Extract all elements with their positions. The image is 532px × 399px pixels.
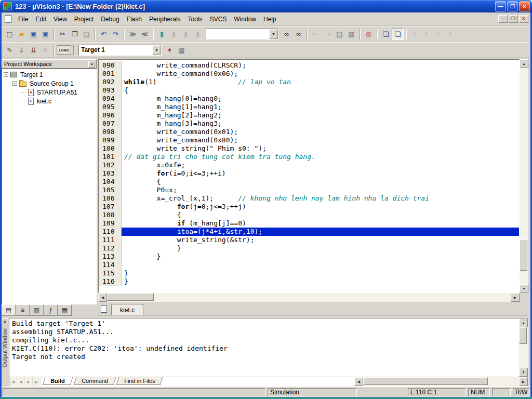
tab-build[interactable]: Build bbox=[43, 377, 73, 385]
build-output-text[interactable]: Build target 'Target 1'assembling STARTU… bbox=[9, 320, 519, 361]
menu-svcs[interactable]: SVCS bbox=[206, 14, 231, 25]
code-line-105[interactable]: 105 P0=x; bbox=[99, 186, 519, 194]
code-line-095[interactable]: 095 m_hang[1]=hang1; bbox=[99, 103, 519, 111]
workspace-close-button[interactable] bbox=[88, 61, 95, 68]
output-vertical-scrollbar[interactable] bbox=[519, 318, 528, 377]
code-line-092[interactable]: 092while(1) // lap vo tan bbox=[99, 78, 519, 86]
project-window-button[interactable]: ❏ bbox=[380, 29, 392, 40]
scroll-track[interactable] bbox=[520, 68, 528, 284]
restore-button[interactable]: ❐ bbox=[507, 1, 518, 11]
output-close-button[interactable] bbox=[2, 318, 8, 325]
menu-debug[interactable]: Debug bbox=[97, 14, 123, 25]
code-line-103[interactable]: 103 for(i=0;i<=3;++i) bbox=[99, 169, 519, 178]
tree-item-kiet-c[interactable]: Ckiet.c bbox=[2, 97, 96, 105]
code-line-109[interactable]: 109 if (m_hang[j]==0) bbox=[99, 219, 519, 228]
copy-button[interactable]: ❐ bbox=[69, 29, 81, 40]
code-line-111[interactable]: 111 write_string(&str); bbox=[99, 236, 519, 244]
code-line-093[interactable]: 093{ bbox=[99, 86, 519, 95]
scroll-thumb[interactable] bbox=[519, 327, 527, 344]
code-line-102[interactable]: 102 x=0xfe; bbox=[99, 161, 519, 169]
output-horizontal-scrollbar[interactable] bbox=[354, 377, 528, 386]
enable-breakpoint-button[interactable]: ✌ bbox=[421, 29, 433, 40]
rebuild-all-button[interactable]: ⇊ bbox=[28, 44, 39, 56]
code-line-108[interactable]: 108 { bbox=[99, 211, 519, 219]
editor-horizontal-scrollbar[interactable] bbox=[98, 293, 520, 302]
mdi-close-button[interactable]: ✕ bbox=[519, 15, 528, 23]
insert-breakpoint-button[interactable]: ✌ bbox=[409, 29, 421, 40]
scroll-track[interactable] bbox=[519, 327, 528, 368]
translate-file-button[interactable]: ✎ bbox=[4, 44, 16, 56]
tab-command[interactable]: Command bbox=[73, 377, 116, 385]
project-tree[interactable]: -Target 1-Source Group 1ASTARTUP.A51Ckie… bbox=[2, 69, 97, 304]
code-line-097[interactable]: 097 m_hang[3]=hang3; bbox=[99, 119, 519, 128]
code-line-100[interactable]: 100 write_string(" Phim s0: "); bbox=[99, 144, 519, 153]
build-target-button[interactable]: ⇓ bbox=[16, 44, 28, 56]
target-options-button[interactable]: ✦ bbox=[164, 44, 176, 56]
next-tab-button[interactable]: ▶ bbox=[25, 377, 33, 386]
chevron-down-icon[interactable] bbox=[152, 45, 161, 55]
tab-find-in-files[interactable]: Find in Files bbox=[116, 377, 163, 385]
tab-kiet-c[interactable]: kiet.c bbox=[111, 304, 143, 315]
scroll-left-button[interactable] bbox=[98, 293, 107, 302]
menu-view[interactable]: View bbox=[50, 14, 71, 25]
scroll-thumb[interactable] bbox=[520, 240, 527, 271]
menu-help[interactable]: Help bbox=[260, 14, 280, 25]
scroll-right-button[interactable] bbox=[519, 377, 528, 386]
kill-breakpoints-button[interactable]: ✌ bbox=[445, 29, 457, 40]
mdi-minimize-button[interactable]: — bbox=[498, 15, 508, 23]
prev-tab-button[interactable]: ◀ bbox=[17, 377, 25, 386]
code-line-104[interactable]: 104 { bbox=[99, 178, 519, 186]
redo-button[interactable]: ↷ bbox=[110, 29, 122, 40]
code-line-112[interactable]: 112 } bbox=[99, 244, 519, 252]
menu-tools[interactable]: Tools bbox=[184, 14, 206, 25]
goto-line-button[interactable]: ▤ bbox=[334, 29, 345, 40]
scroll-down-button[interactable] bbox=[520, 284, 528, 293]
code-line-101[interactable]: 101// dat gia tri cho tung cot kiem tra … bbox=[99, 153, 519, 161]
output-line[interactable]: Build target 'Target 1' bbox=[9, 320, 519, 328]
code-line-091[interactable]: 091 write_command(0x06); bbox=[99, 70, 519, 78]
code-line-114[interactable]: 114 bbox=[99, 261, 519, 269]
tree-item-source-group-1[interactable]: -Source Group 1 bbox=[2, 79, 96, 88]
clear-bookmarks-button[interactable]: ▮ bbox=[192, 29, 204, 40]
code-line-116[interactable]: 116} bbox=[99, 277, 519, 286]
scroll-track[interactable] bbox=[363, 377, 519, 386]
templates-tab[interactable]: ▦ bbox=[58, 304, 72, 316]
manage-components-button[interactable]: ▦ bbox=[176, 44, 188, 56]
indent-button[interactable]: ≫ bbox=[127, 29, 139, 40]
find-button[interactable]: ∞ bbox=[292, 29, 304, 40]
code-line-090[interactable]: 090 write_command(CLRSCR); bbox=[99, 61, 519, 70]
save-button[interactable]: ▣ bbox=[28, 29, 39, 40]
prev-bookmark-button[interactable]: ▮ bbox=[168, 29, 180, 40]
functions-tab[interactable]: ƒ bbox=[44, 304, 58, 316]
tree-item-startup-a51[interactable]: ASTARTUP.A51 bbox=[2, 88, 96, 97]
code-line-107[interactable]: 107 for(j=0;j<=3;++j) bbox=[99, 203, 519, 211]
collapse-icon[interactable]: - bbox=[4, 72, 8, 77]
output-line[interactable]: assembling STARTUP.A51... bbox=[9, 328, 519, 336]
nav-forward-button[interactable]: → bbox=[322, 29, 334, 40]
scroll-track[interactable] bbox=[107, 293, 511, 302]
code-line-098[interactable]: 098 write_command(0x01); bbox=[99, 128, 519, 136]
first-tab-button[interactable]: |◀ bbox=[9, 377, 17, 386]
code-line-099[interactable]: 099 write_command(0x80); bbox=[99, 136, 519, 144]
scroll-thumb[interactable] bbox=[363, 377, 488, 385]
scroll-up-button[interactable] bbox=[520, 59, 528, 68]
files-tab[interactable]: ▤ bbox=[2, 304, 16, 316]
scroll-thumb[interactable] bbox=[107, 293, 154, 301]
open-file-button[interactable]: ▰ bbox=[16, 29, 28, 40]
editor-code-area[interactable]: 090 write_command(CLRSCR);091 write_comm… bbox=[98, 59, 520, 293]
workspace-header[interactable]: Project Workspace bbox=[2, 59, 97, 69]
nav-back-button[interactable]: ← bbox=[310, 29, 322, 40]
last-tab-button[interactable]: ▶| bbox=[33, 377, 41, 386]
stop-build-button[interactable]: ✕ bbox=[39, 44, 51, 56]
mdi-restore-button[interactable]: ❐ bbox=[509, 15, 518, 23]
find-in-files-red-button[interactable]: ◎ bbox=[363, 29, 375, 40]
code-line-094[interactable]: 094 m_hang[0]=hang0; bbox=[99, 95, 519, 103]
scroll-up-button[interactable] bbox=[519, 318, 528, 327]
find-text-combo-value[interactable] bbox=[206, 29, 269, 39]
toggle-bookmark-button[interactable]: ▮ bbox=[156, 29, 168, 40]
code-line-096[interactable]: 096 m_hang[2]=hang2; bbox=[99, 111, 519, 119]
save-all-button[interactable]: ▣ bbox=[39, 29, 51, 40]
collapse-icon[interactable]: - bbox=[12, 81, 17, 86]
output-line[interactable]: KIET.C(110): error C202: 'itoa': undefin… bbox=[9, 344, 519, 353]
new-file-button[interactable]: ▢ bbox=[4, 29, 16, 40]
